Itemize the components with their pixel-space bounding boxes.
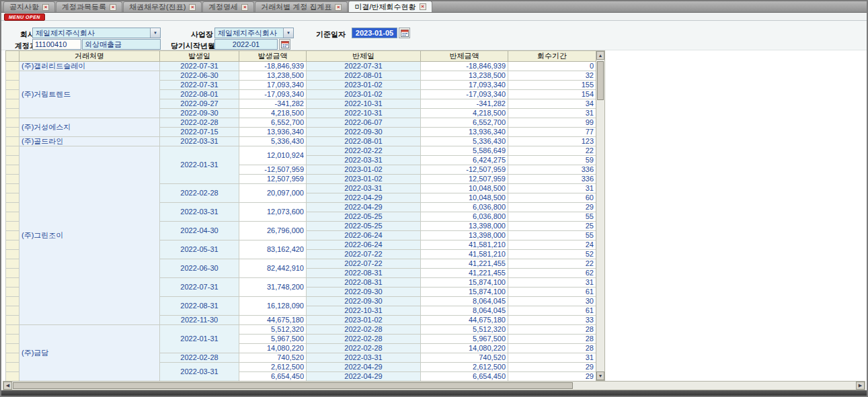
cell-days[interactable]: 60: [508, 193, 596, 203]
cell-oamt[interactable]: 13,936,340: [239, 128, 307, 137]
period-input[interactable]: [214, 39, 278, 50]
cell-sdate[interactable]: 2022-07-22: [307, 259, 421, 269]
cell-days[interactable]: 28: [508, 325, 596, 335]
cell-sdate[interactable]: 2022-08-31: [307, 269, 421, 278]
row-indicator[interactable]: [6, 118, 19, 128]
tab-account-register[interactable]: 계정과목등록 ×: [56, 1, 122, 12]
cell-sdate[interactable]: 2022-10-31: [307, 109, 421, 118]
cell-odate[interactable]: 2022-06-30: [160, 71, 239, 81]
cell-samt[interactable]: 13,398,000: [421, 231, 508, 240]
cell-name[interactable]: (주)금담: [19, 325, 160, 382]
row-indicator[interactable]: [6, 240, 19, 250]
cell-samt[interactable]: 13,238,500: [421, 71, 508, 81]
row-indicator[interactable]: [6, 175, 19, 184]
cell-samt[interactable]: -12,507,959: [421, 165, 508, 175]
cell-odate[interactable]: 2022-11-30: [160, 316, 239, 325]
cell-oamt[interactable]: 6,654,450: [239, 372, 307, 382]
horizontal-scrollbar[interactable]: ◀ ▶: [3, 381, 865, 390]
cell-sdate[interactable]: 2022-04-29: [307, 372, 421, 382]
cell-samt[interactable]: 13,936,340: [421, 128, 508, 137]
cell-samt[interactable]: 17,093,340: [421, 81, 508, 90]
row-indicator[interactable]: [6, 316, 19, 325]
cell-odate[interactable]: 2022-07-31: [160, 62, 239, 71]
cell-sdate[interactable]: 2022-09-30: [307, 128, 421, 137]
tab-settlement-status[interactable]: 미결/반제회수현황 ×: [348, 1, 432, 12]
cell-sdate[interactable]: 2022-09-30: [307, 297, 421, 306]
vertical-scrollbar[interactable]: ▲ ▼: [596, 50, 605, 381]
row-indicator[interactable]: [6, 269, 19, 278]
cell-odate[interactable]: 2022-08-31: [160, 297, 239, 316]
row-indicator[interactable]: [6, 184, 19, 193]
cell-odate[interactable]: 2022-04-30: [160, 222, 239, 240]
cell-sdate[interactable]: 2022-08-31: [307, 278, 421, 288]
tab-close-icon[interactable]: ×: [420, 3, 426, 10]
cell-days[interactable]: 34: [508, 99, 596, 109]
row-indicator[interactable]: [6, 363, 19, 372]
cell-days[interactable]: 22: [508, 146, 596, 156]
cell-days[interactable]: 0: [508, 62, 596, 71]
scroll-left-button[interactable]: ◀: [3, 382, 12, 390]
scroll-right-button[interactable]: ▶: [856, 382, 865, 390]
horizontal-scroll-thumb[interactable]: [13, 382, 573, 389]
cell-oamt[interactable]: 13,238,500: [239, 71, 307, 81]
cell-oamt[interactable]: 740,520: [239, 353, 307, 363]
row-indicator[interactable]: [6, 90, 19, 99]
row-indicator[interactable]: [6, 99, 19, 109]
cell-samt[interactable]: 15,874,100: [421, 288, 508, 297]
cell-samt[interactable]: 8,064,045: [421, 306, 508, 316]
cell-odate[interactable]: 2022-01-31: [160, 325, 239, 353]
cell-samt[interactable]: 6,424,275: [421, 156, 508, 165]
cell-samt[interactable]: 12,507,959: [421, 175, 508, 184]
cell-oamt[interactable]: 5,512,320: [239, 325, 307, 335]
cell-sdate[interactable]: 2022-02-22: [307, 146, 421, 156]
cell-samt[interactable]: 10,048,500: [421, 184, 508, 193]
cell-days[interactable]: 24: [508, 240, 596, 250]
row-indicator[interactable]: [6, 146, 19, 156]
row-indicator[interactable]: [6, 372, 19, 382]
cell-samt[interactable]: 41,581,210: [421, 240, 508, 250]
cell-odate[interactable]: 2022-09-30: [160, 109, 239, 118]
scroll-down-button[interactable]: ▼: [596, 371, 604, 380]
cell-sdate[interactable]: 2023-01-02: [307, 165, 421, 175]
cell-days[interactable]: 28: [508, 335, 596, 344]
cell-samt[interactable]: -17,093,340: [421, 90, 508, 99]
cell-name[interactable]: (주)갤러리드슬레이: [19, 62, 160, 71]
cell-samt[interactable]: 2,612,500: [421, 363, 508, 372]
cell-sdate[interactable]: 2022-06-24: [307, 240, 421, 250]
row-indicator[interactable]: [6, 109, 19, 118]
tab-notice[interactable]: 공지사항 ×: [3, 1, 55, 12]
cell-sdate[interactable]: 2023-01-02: [307, 316, 421, 325]
cell-oamt[interactable]: -12,507,959: [239, 165, 307, 175]
cell-days[interactable]: 336: [508, 175, 596, 184]
row-indicator[interactable]: [6, 156, 19, 165]
cell-odate[interactable]: 2022-07-31: [160, 81, 239, 90]
cell-days[interactable]: 155: [508, 81, 596, 90]
company-select[interactable]: 제일제지주식회사 ▼: [32, 28, 161, 38]
cell-days[interactable]: 59: [508, 156, 596, 165]
cell-samt[interactable]: 14,080,220: [421, 344, 508, 353]
cell-days[interactable]: 29: [508, 203, 596, 212]
row-indicator[interactable]: [6, 259, 19, 269]
cell-days[interactable]: 22: [508, 259, 596, 269]
cell-sdate[interactable]: 2023-01-02: [307, 90, 421, 99]
cell-odate[interactable]: 2022-02-28: [160, 353, 239, 363]
cell-name[interactable]: (주)골드라인: [19, 137, 160, 146]
cell-sdate[interactable]: 2022-04-29: [307, 203, 421, 212]
tab-close-icon[interactable]: ×: [189, 4, 196, 11]
cell-odate[interactable]: 2022-03-31: [160, 363, 239, 382]
cell-oamt[interactable]: 12,073,600: [239, 203, 307, 222]
cell-samt[interactable]: -18,846,939: [421, 62, 508, 71]
cell-oamt[interactable]: -18,846,939: [239, 62, 307, 71]
tab-customer-account-summary[interactable]: 거래처별 계정 집계표 ×: [255, 1, 348, 12]
cell-oamt[interactable]: 2,612,500: [239, 363, 307, 372]
cell-days[interactable]: 123: [508, 137, 596, 146]
cell-sdate[interactable]: 2022-07-31: [307, 62, 421, 71]
cell-oamt[interactable]: 31,748,200: [239, 278, 307, 297]
cell-sdate[interactable]: 2023-01-02: [307, 81, 421, 90]
tab-close-icon[interactable]: ×: [110, 4, 116, 11]
site-select[interactable]: 제일제지주식회사 ▼: [214, 28, 294, 38]
cell-sdate[interactable]: 2022-05-25: [307, 222, 421, 231]
row-indicator[interactable]: [6, 222, 19, 231]
cell-oamt[interactable]: -341,282: [239, 99, 307, 109]
cell-sdate[interactable]: 2022-06-07: [307, 118, 421, 128]
